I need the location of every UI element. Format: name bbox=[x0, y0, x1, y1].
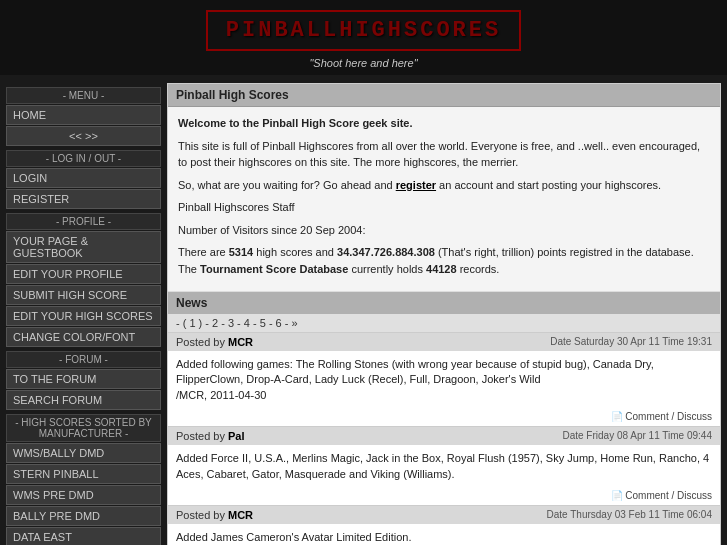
visitors-label: Number of Visitors since 20 Sep 2004: bbox=[178, 222, 710, 239]
post-footer-0: 📄 Comment / Discuss bbox=[168, 409, 720, 426]
sidebar-menu-label: - MENU - bbox=[6, 87, 161, 104]
sidebar-nav-arrows[interactable]: << >> bbox=[6, 126, 161, 146]
sidebar-item-search-forum[interactable]: SEARCH FORUM bbox=[6, 390, 161, 410]
sidebar-item-wms-pre-dmd[interactable]: WMS PRE DMD bbox=[6, 485, 161, 505]
stats-mid: high scores and bbox=[253, 246, 337, 258]
post-author-0: Posted by MCR bbox=[176, 336, 253, 348]
post-datetime-0: Date Saturday 30 Apr 11 Time 19:31 bbox=[550, 336, 712, 348]
site-title-box: PINBALLHIGHSCORES bbox=[206, 10, 521, 51]
stats-prefix: There are bbox=[178, 246, 229, 258]
page-nav: - ( 1 ) - 2 - 3 - 4 - 5 - 6 - » bbox=[168, 314, 720, 333]
stats-end: records. bbox=[457, 263, 500, 275]
sidebar-item-bally-pre-dmd[interactable]: BALLY PRE DMD bbox=[6, 506, 161, 526]
comment-link-1[interactable]: 📄 Comment / Discuss bbox=[611, 490, 712, 501]
stats-points: 34.347.726.884.308 bbox=[337, 246, 435, 258]
section-title: Pinball High Scores bbox=[168, 84, 720, 107]
stats-line: There are 5314 high scores and 34.347.72… bbox=[178, 244, 710, 277]
sidebar-item-wms-bally-dmd[interactable]: WMS/BALLY DMD bbox=[6, 443, 161, 463]
stats-records: 44128 bbox=[426, 263, 457, 275]
stats-count: 5314 bbox=[229, 246, 253, 258]
site-tagline: "Shoot here and here" bbox=[0, 57, 727, 69]
welcome-content: Welcome to the Pinball High Score geek s… bbox=[168, 107, 720, 292]
sidebar-highscores-label: - HIGH SCORES SORTED BY MANUFACTURER - bbox=[6, 414, 161, 442]
sidebar-item-your-page[interactable]: YOUR PAGE & GUESTBOOK bbox=[6, 231, 161, 263]
sidebar-profile-label: - PROFILE - bbox=[6, 213, 161, 230]
welcome-title: Welcome to the Pinball High Score geek s… bbox=[178, 117, 413, 129]
news-post-header-2: Posted by MCR Date Thursday 03 Feb 11 Ti… bbox=[168, 506, 720, 524]
post-author-1: Posted by Pal bbox=[176, 430, 245, 442]
sidebar-item-submit-score[interactable]: SUBMIT HIGH SCORE bbox=[6, 285, 161, 305]
stats-tournament: Tournament Score Database bbox=[200, 263, 348, 275]
post-body-0: Added following games: The Rolling Stone… bbox=[168, 351, 720, 409]
main-content: Pinball High Scores Welcome to the Pinba… bbox=[167, 83, 721, 545]
post-author-2: Posted by MCR bbox=[176, 509, 253, 521]
sidebar-item-to-forum[interactable]: TO THE FORUM bbox=[6, 369, 161, 389]
sidebar-item-login[interactable]: LOGIN bbox=[6, 168, 161, 188]
news-title: News bbox=[168, 292, 720, 314]
news-post-header-1: Posted by Pal Date Friday 08 Apr 11 Time… bbox=[168, 427, 720, 445]
sidebar-item-edit-scores[interactable]: EDIT YOUR HIGH SCORES bbox=[6, 306, 161, 326]
staff-text: Pinball Highscores Staff bbox=[178, 199, 710, 216]
post-body-2: Added James Cameron's Avatar Limited Edi… bbox=[168, 524, 720, 545]
para2-prefix: So, what are you waiting for? Go ahead a… bbox=[178, 179, 396, 191]
post-body-1: Added Force II, U.S.A., Merlins Magic, J… bbox=[168, 445, 720, 488]
post-datetime-1: Date Friday 08 Apr 11 Time 09:44 bbox=[562, 430, 712, 442]
sidebar-forum-label: - FORUM - bbox=[6, 351, 161, 368]
sidebar-item-data-east[interactable]: DATA EAST bbox=[6, 527, 161, 545]
sidebar-login-label: - LOG IN / OUT - bbox=[6, 150, 161, 167]
para2-suffix: an account and start posting your highsc… bbox=[436, 179, 661, 191]
stats-suffix: currently holds bbox=[348, 263, 426, 275]
para2: So, what are you waiting for? Go ahead a… bbox=[178, 177, 710, 194]
register-link[interactable]: register bbox=[396, 179, 436, 191]
sidebar-item-change-color[interactable]: CHANGE COLOR/FONT bbox=[6, 327, 161, 347]
post-footer-1: 📄 Comment / Discuss bbox=[168, 488, 720, 505]
news-post-header-0: Posted by MCR Date Saturday 30 Apr 11 Ti… bbox=[168, 333, 720, 351]
sidebar-item-edit-profile[interactable]: EDIT YOUR PROFILE bbox=[6, 264, 161, 284]
site-header: PINBALLHIGHSCORES "Shoot here and here" bbox=[0, 0, 727, 75]
sidebar-item-home[interactable]: HOME bbox=[6, 105, 161, 125]
para1: This site is full of Pinball Highscores … bbox=[178, 138, 710, 171]
news-post-1: Posted by Pal Date Friday 08 Apr 11 Time… bbox=[168, 427, 720, 506]
news-post-2: Posted by MCR Date Thursday 03 Feb 11 Ti… bbox=[168, 506, 720, 545]
sidebar-item-register[interactable]: REGISTER bbox=[6, 189, 161, 209]
page-nav-text: - ( 1 ) - 2 - 3 - 4 - 5 - 6 - » bbox=[176, 317, 298, 329]
site-title: PINBALLHIGHSCORES bbox=[226, 18, 501, 43]
news-post-0: Posted by MCR Date Saturday 30 Apr 11 Ti… bbox=[168, 333, 720, 427]
comment-link-0[interactable]: 📄 Comment / Discuss bbox=[611, 411, 712, 422]
sidebar-item-stern[interactable]: STERN PINBALL bbox=[6, 464, 161, 484]
post-datetime-2: Date Thursday 03 Feb 11 Time 06:04 bbox=[547, 509, 713, 521]
sidebar: - MENU - HOME << >> - LOG IN / OUT - LOG… bbox=[6, 83, 161, 545]
